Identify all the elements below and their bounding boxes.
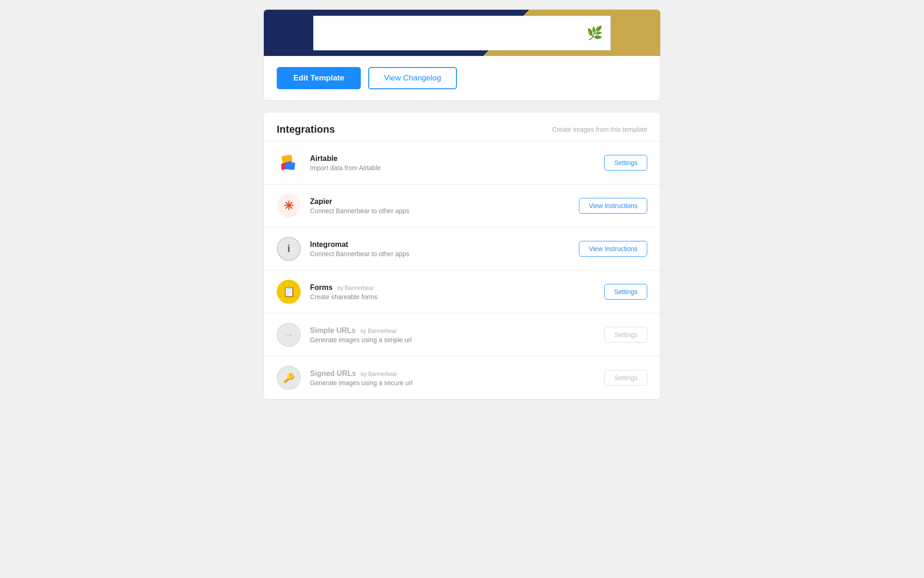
signed-urls-name: Signed URLs: [310, 369, 356, 377]
signed-urls-desc: Generate images using a secure url: [310, 379, 595, 387]
template-preview: 🌿: [264, 10, 660, 56]
integromat-name: Integromat: [310, 240, 348, 248]
forms-name: Forms: [310, 283, 333, 291]
airtable-logo: [277, 151, 301, 175]
simple-urls-icon: →: [284, 329, 294, 341]
zapier-action: View Instructions: [579, 198, 647, 214]
simple-urls-desc: Generate images using a simple url: [310, 336, 595, 344]
signed-urls-icon: 🔑: [283, 372, 295, 383]
forms-action: Settings: [604, 284, 647, 300]
edit-template-button[interactable]: Edit Template: [277, 67, 361, 89]
forms-settings-button[interactable]: Settings: [604, 284, 647, 300]
integration-row-integromat: i Integromat Connect Bannerbear to other…: [264, 227, 660, 270]
zapier-desc: Connect Bannerbear to other apps: [310, 207, 570, 215]
template-actions: Edit Template View Changelog: [264, 56, 660, 100]
airtable-info: Airtable Import data from Airtable: [310, 154, 595, 172]
integromat-logo: i: [277, 237, 301, 261]
zapier-name: Zapier: [310, 197, 332, 205]
signed-urls-info: Signed URLs by Bannerbear Generate image…: [310, 369, 595, 387]
svg-line-4: [660, 156, 661, 165]
forms-info: Forms by Bannerbear Create shareable for…: [310, 283, 595, 301]
forms-badge: by Bannerbear: [337, 285, 374, 291]
simple-urls-logo: →: [277, 323, 301, 347]
integrations-card: Integrations Create images from this tem…: [263, 112, 661, 400]
integration-row-airtable: Airtable Import data from Airtable Setti…: [264, 141, 660, 184]
simple-urls-name: Simple URLs: [310, 326, 356, 334]
template-card: 🌿 Edit Template View Changelog: [263, 9, 661, 101]
view-changelog-button[interactable]: View Changelog: [368, 67, 457, 89]
simple-urls-info: Simple URLs by Bannerbear Generate image…: [310, 326, 595, 344]
zapier-instructions-button[interactable]: View Instructions: [579, 198, 647, 214]
template-preview-inner: 🌿: [313, 16, 611, 50]
zapier-icon: ✳: [284, 199, 294, 213]
integration-row-signed-urls: 🔑 Signed URLs by Bannerbear Generate ima…: [264, 356, 660, 399]
airtable-name: Airtable: [310, 154, 338, 162]
integromat-action: View Instructions: [579, 241, 647, 257]
signed-urls-logo: 🔑: [277, 366, 301, 390]
integration-row-simple-urls: → Simple URLs by Bannerbear Generate ima…: [264, 313, 660, 356]
forms-logo: 📋: [277, 280, 301, 304]
forms-desc: Create shareable forms: [310, 293, 595, 301]
integrations-header: Integrations Create images from this tem…: [264, 112, 660, 141]
signed-urls-badge: by Bannerbear: [361, 371, 397, 377]
signed-urls-action: Settings: [604, 370, 647, 386]
signed-urls-settings-button[interactable]: Settings: [604, 370, 647, 386]
forms-icon: 📋: [283, 286, 295, 298]
integration-row-zapier: ✳ Zapier Connect Bannerbear to other app…: [264, 184, 660, 227]
integration-row-forms: 📋 Forms by Bannerbear Create shareable f…: [264, 270, 660, 313]
integromat-info: Integromat Connect Bannerbear to other a…: [310, 240, 570, 258]
integromat-icon: i: [287, 243, 290, 255]
laurel-decoration: 🌿: [587, 25, 601, 41]
integrations-subtitle: Create images from this template: [552, 126, 647, 133]
red-arrow-annotation: [656, 154, 661, 172]
airtable-action: Settings: [604, 155, 647, 171]
integromat-desc: Connect Bannerbear to other apps: [310, 250, 570, 258]
airtable-settings-button[interactable]: Settings: [604, 155, 647, 171]
integrations-title: Integrations: [277, 123, 335, 135]
zapier-info: Zapier Connect Bannerbear to other apps: [310, 197, 570, 215]
svg-marker-5: [660, 162, 661, 167]
integromat-instructions-button[interactable]: View Instructions: [579, 241, 647, 257]
svg-rect-3: [286, 162, 295, 170]
airtable-desc: Import data from Airtable: [310, 164, 595, 172]
zapier-logo: ✳: [277, 194, 301, 218]
simple-urls-badge: by Bannerbear: [360, 328, 397, 334]
simple-urls-action: Settings: [604, 327, 647, 343]
simple-urls-settings-button[interactable]: Settings: [604, 327, 647, 343]
